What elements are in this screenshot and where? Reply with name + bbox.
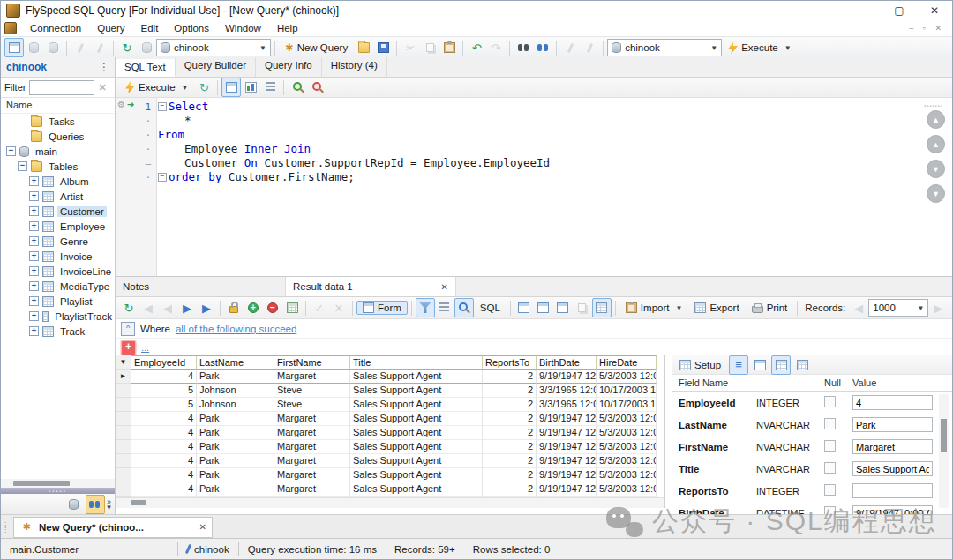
grid-cell[interactable]: 10/17/2003 12:	[597, 384, 657, 398]
first-record-icon[interactable]: ◀	[139, 298, 158, 317]
tree-item-employee[interactable]: +Employee	[1, 219, 115, 234]
table-row[interactable]: 5JohnsonSteveSales Support Agent23/3/196…	[116, 398, 664, 412]
grid-cell[interactable]: Park	[197, 440, 274, 454]
grid-cell[interactable]: Park	[197, 412, 274, 426]
column-header-reportsto[interactable]: ReportsTo	[483, 355, 537, 370]
table-row[interactable]: 4ParkMargaretSales Support Agent29/19/19…	[116, 426, 664, 440]
align-fields-icon[interactable]: ≡	[729, 355, 748, 375]
grid-cell[interactable]: 2	[483, 482, 537, 497]
grid-cell[interactable]: Margaret	[274, 440, 350, 454]
minimize-button[interactable]: –	[846, 1, 882, 20]
scroll-up-button[interactable]: ▲	[927, 135, 945, 153]
comment-icon[interactable]	[560, 38, 580, 57]
grid-cell[interactable]: 5/3/2003 12:00	[597, 482, 657, 497]
null-checkbox[interactable]	[824, 418, 836, 429]
diagram-icon[interactable]	[241, 78, 260, 97]
filter-icon[interactable]	[416, 298, 435, 317]
grid-cell[interactable]: Margaret	[274, 468, 350, 482]
menu-item-query[interactable]: Query	[89, 22, 132, 34]
column-header-firstname[interactable]: FirstName	[274, 355, 350, 370]
sidebar-hscrollbar[interactable]	[1, 479, 115, 488]
commit-icon[interactable]	[137, 38, 156, 57]
form-view-button[interactable]: Form	[356, 301, 408, 315]
expand-icon[interactable]: +	[29, 206, 39, 216]
filter-condition-link[interactable]: all of the following succeed	[176, 324, 296, 334]
print-button[interactable]: Print	[746, 301, 794, 315]
text-mode-icon[interactable]	[260, 78, 280, 97]
tree-item-invoiceline[interactable]: +InvoiceLine	[1, 264, 115, 279]
tree-item-tables[interactable]: −Tables	[1, 159, 115, 174]
grid-cell[interactable]: Sales Support Agent	[350, 398, 483, 412]
clear-filter-icon[interactable]: ✕	[98, 82, 106, 93]
column-header-title[interactable]: Title	[350, 355, 483, 370]
fold-icon[interactable]: −	[158, 102, 167, 111]
tree-item-artist[interactable]: +Artist	[1, 189, 115, 204]
fold-icon[interactable]: −	[158, 173, 167, 182]
tree-item-mediatype[interactable]: +MediaType	[1, 279, 115, 294]
grid-two-icon[interactable]	[792, 355, 812, 375]
grid-cell[interactable]: Sales Support Agent	[350, 426, 483, 440]
sql-code[interactable]: −Select *From Employee Inner Join Custom…	[158, 100, 899, 184]
null-checkbox[interactable]	[824, 484, 836, 496]
grid-cell[interactable]: 9/19/1947 12:0..	[537, 482, 597, 497]
execute-sql-button[interactable]: Execute▼	[119, 79, 194, 95]
grid-cell[interactable]: 4	[131, 454, 197, 468]
insert-record-icon[interactable]	[244, 298, 263, 317]
last-record-icon[interactable]: ▶	[197, 298, 216, 317]
tree-item-playlisttrack[interactable]: +PlaylistTrack	[1, 309, 115, 324]
grid-cell[interactable]: Sales Support Agent	[350, 384, 483, 398]
grid-cell[interactable]: 9/19/1947 12:0..	[537, 440, 597, 454]
grid-cell[interactable]: 5/3/2003 12:00	[597, 468, 657, 482]
copy-icon[interactable]	[420, 38, 439, 57]
grid-cell[interactable]: 9/19/1947 12:0..	[537, 412, 597, 426]
refresh-data-icon[interactable]: ↻	[119, 298, 139, 317]
grid-cell[interactable]: 5	[131, 384, 197, 398]
expand-icon[interactable]: +	[29, 296, 39, 306]
table-row[interactable]: 4ParkMargaretSales Support Agent29/19/19…	[116, 468, 664, 482]
grid-cell[interactable]: Park	[197, 482, 274, 497]
copy-grid-icon[interactable]	[573, 298, 592, 317]
grid-menu-icon[interactable]: ▼	[116, 355, 131, 370]
execute-button[interactable]: Execute▼	[722, 40, 797, 56]
expand-icon[interactable]: +	[29, 326, 39, 336]
null-checkbox[interactable]	[824, 396, 836, 407]
mdi-window-controls[interactable]: – ▫ ✕	[909, 24, 945, 33]
records-next-icon[interactable]: ▶	[928, 298, 948, 317]
find-icon[interactable]	[514, 38, 533, 57]
menu-item-window[interactable]: Window	[217, 22, 269, 34]
expand-icon[interactable]: +	[29, 221, 39, 231]
grid-cell[interactable]: 9/19/1947 12:0..	[537, 370, 597, 384]
grid-cell[interactable]: 3/3/1965 12:00..	[537, 384, 597, 398]
breakpoint-gear-icon[interactable]: ⚙	[117, 100, 125, 109]
more-conditions-link[interactable]: ...	[141, 342, 149, 353]
search-icon[interactable]	[454, 298, 474, 317]
grid-cell[interactable]: 10/17/2003 12:	[597, 398, 657, 412]
grid-cell[interactable]: 2	[483, 384, 537, 398]
sidebar-splitter[interactable]: •••••	[1, 488, 115, 494]
zoom-in-icon[interactable]	[288, 78, 307, 97]
prior-record-icon[interactable]: ◀	[158, 298, 177, 317]
collapse-icon[interactable]: −	[18, 161, 27, 171]
grid-cell[interactable]: 5/3/2003 12:00	[597, 426, 657, 440]
grid-cell[interactable]: 5	[131, 398, 197, 412]
table-row[interactable]: 4ParkMargaretSales Support Agent29/19/19…	[116, 454, 664, 468]
expand-icon[interactable]: +	[29, 191, 39, 201]
sidebar-menu-icon[interactable]: ⋮	[99, 61, 109, 73]
table-row[interactable]: 4ParkMargaretSales Support Agent29/19/19…	[116, 482, 664, 497]
locate-icon[interactable]	[435, 298, 454, 317]
null-checkbox[interactable]	[824, 462, 836, 474]
tab-query-builder[interactable]: Query Builder	[176, 57, 256, 77]
grid-cell[interactable]: 4	[131, 440, 197, 454]
nav-handle[interactable]: ▪▪▪▪▪▪▪	[924, 103, 943, 108]
records-prev-icon[interactable]: ◀	[849, 298, 868, 317]
grid-cell[interactable]: 2	[483, 398, 537, 412]
table-row[interactable]: ►4ParkMargaretSales Support Agent29/19/1…	[116, 370, 664, 384]
close-button[interactable]: ✕	[917, 1, 952, 20]
format-query-icon[interactable]: ↻	[194, 78, 214, 97]
field-value-input[interactable]	[852, 439, 933, 454]
tree-item-invoice[interactable]: +Invoice	[1, 249, 115, 264]
paste-icon[interactable]	[439, 38, 459, 57]
open-file-icon[interactable]	[354, 38, 373, 57]
menu-item-options[interactable]: Options	[166, 22, 217, 34]
save-icon[interactable]	[373, 38, 393, 57]
